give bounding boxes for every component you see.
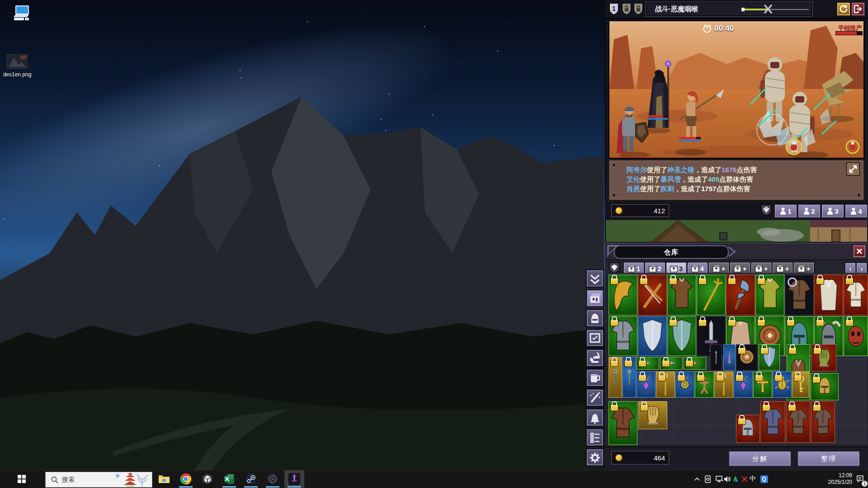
tray-input-q-icon[interactable]: Q	[758, 470, 770, 488]
battle-log-line-2: 艾伦使用了暴风雪，造成了405点群体伤害	[627, 174, 835, 184]
taskbar-app-unity[interactable]	[198, 470, 217, 488]
item-voodoo-doll[interactable]	[695, 371, 714, 398]
item-frost-axe[interactable]	[726, 275, 755, 315]
search-highlight-pagoda-graphic	[114, 473, 150, 487]
sidebar-button-settings[interactable]	[586, 448, 604, 466]
hero-icon	[587, 310, 603, 326]
item-golden-trident[interactable]	[697, 275, 726, 315]
item-crusader-helm[interactable]	[811, 373, 839, 400]
sidebar-button-quests[interactable]	[586, 428, 604, 446]
squad-button-3[interactable]: 3	[821, 204, 844, 218]
sidebar-button-warehouse[interactable]	[586, 289, 604, 307]
item-gladiator-helm[interactable]	[736, 415, 760, 443]
log-segment: 点群体伤害	[719, 175, 753, 183]
item-navy-plate[interactable]	[760, 401, 785, 443]
tab-label: 2	[658, 265, 661, 272]
lock-badge	[738, 347, 746, 354]
crossed-swords-slider-handle[interactable]	[764, 4, 774, 15]
item-kite-shield[interactable]	[759, 344, 780, 371]
restart-battle-button[interactable]	[837, 3, 850, 15]
lock-badge	[640, 404, 648, 411]
sidebar-button-forge[interactable]	[586, 349, 604, 367]
item-gold-key[interactable]	[792, 371, 809, 398]
sort-label: 整理	[821, 455, 836, 463]
running-indicator	[266, 486, 279, 488]
item-ember-chest[interactable]	[609, 401, 637, 445]
item-bronze-round-shield[interactable]	[736, 344, 758, 371]
warehouse-icon	[587, 291, 603, 306]
tray-phone-link-icon[interactable]	[702, 470, 713, 488]
tray-chevron-up[interactable]	[692, 470, 703, 488]
notification-center-icon[interactable]: 1	[854, 470, 868, 488]
lock-badge	[774, 375, 783, 381]
gem-squad-button[interactable]	[760, 204, 772, 216]
item-golden-cape[interactable]	[609, 275, 637, 315]
item-green-gauntlets[interactable]	[811, 344, 836, 371]
tray-ime-icon[interactable]: 中	[747, 470, 759, 488]
battle-title-panel: 战斗·恶魔咽喉	[646, 2, 813, 17]
sidebar-button-hero[interactable]	[586, 309, 604, 327]
taskbar-app-steam[interactable]	[241, 470, 261, 488]
item-gilded-plate[interactable]	[844, 275, 868, 315]
item-gold-wand[interactable]	[656, 371, 675, 398]
squad-button-1[interactable]: 1	[774, 204, 797, 218]
item-gold-wand-2[interactable]	[714, 371, 733, 398]
item-white-robe[interactable]	[814, 275, 843, 315]
item-green-staff[interactable]	[623, 357, 636, 398]
selected-ring-indicator	[788, 277, 797, 287]
sidebar-button-tavern[interactable]	[586, 369, 604, 387]
item-gray-plate[interactable]	[609, 316, 637, 356]
taskbar-app-game-purple[interactable]	[284, 470, 304, 488]
gem-storage-tab[interactable]	[609, 262, 620, 274]
item-medallion[interactable]	[675, 371, 694, 398]
item-blue-staff[interactable]	[609, 357, 622, 398]
sort-button[interactable]: 整理	[797, 450, 861, 467]
search-icon	[51, 476, 58, 483]
item-leather-chest[interactable]	[785, 275, 814, 315]
taskbar-app-explorer[interactable]	[154, 470, 174, 488]
header-chevron-decor	[727, 246, 737, 257]
sidebar-button-enchant[interactable]	[586, 389, 604, 407]
lock-badge	[638, 360, 646, 367]
item-brown-tunic[interactable]	[667, 275, 696, 315]
desktop-icon-image-file[interactable]: des1en.png	[0, 54, 34, 78]
item-crossbow[interactable]	[638, 275, 667, 315]
tray-clock[interactable]: 12:09 2025/1/20	[809, 472, 852, 486]
item-leather-vest-2[interactable]	[811, 401, 835, 443]
desktop-icon-this-pc[interactable]	[5, 4, 39, 25]
exit-battle-button[interactable]	[852, 3, 864, 15]
sidebar-button-collapse[interactable]	[586, 269, 604, 287]
squad-button-2[interactable]: 2	[797, 204, 821, 218]
warehouse-title-tab[interactable]: 仓库	[614, 245, 729, 259]
item-gold-beetle[interactable]	[773, 371, 792, 398]
log-segment: 肖恩	[627, 185, 640, 192]
item-leather-vest[interactable]	[786, 401, 810, 443]
item-demon-mask[interactable]	[844, 316, 868, 356]
decompose-label: 分解	[752, 455, 768, 463]
item-gold-gauntlets[interactable]	[638, 401, 667, 429]
decompose-button[interactable]: 分解	[728, 450, 792, 467]
squad-button-4[interactable]: 4	[844, 204, 868, 218]
sidebar-button-bell[interactable]	[586, 408, 604, 427]
item-purple-amulet-2[interactable]	[734, 371, 753, 398]
item-teal-shield[interactable]	[667, 316, 696, 356]
item-gold-cross[interactable]	[753, 371, 772, 398]
item-dark-spear[interactable]	[710, 344, 722, 371]
item-brown-belt[interactable]	[684, 357, 706, 370]
item-silver-belt[interactable]	[660, 357, 683, 370]
expand-log-button[interactable]	[846, 162, 860, 176]
item-silver-shield[interactable]	[638, 316, 667, 356]
item-green-garb[interactable]	[755, 275, 784, 315]
sidebar-button-board[interactable]	[586, 329, 604, 347]
taskbar-search-box[interactable]: 搜索	[45, 472, 152, 488]
lock-badge	[610, 278, 618, 285]
item-arcane-tower[interactable]	[723, 344, 736, 371]
taskbar-app-excel[interactable]	[219, 470, 239, 488]
item-purple-amulet[interactable]	[637, 371, 656, 398]
close-warehouse-button[interactable]	[854, 245, 865, 257]
start-button[interactable]	[12, 470, 32, 488]
taskbar-app-game-dark[interactable]	[263, 470, 283, 488]
lock-badge	[816, 319, 824, 326]
item-teal-belt[interactable]	[637, 357, 659, 370]
taskbar-app-chrome[interactable]	[176, 470, 196, 488]
